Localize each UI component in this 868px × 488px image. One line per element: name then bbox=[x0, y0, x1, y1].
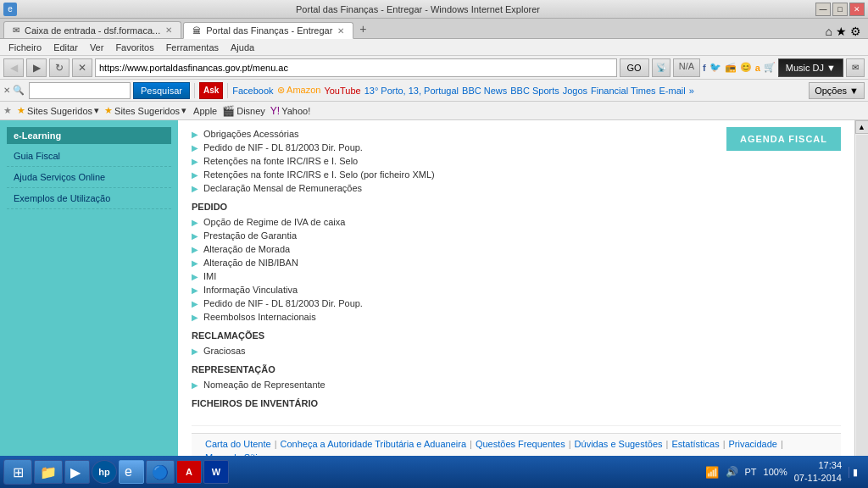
menu-ajuda[interactable]: Ajuda bbox=[225, 41, 259, 54]
item-declaracao[interactable]: ▶ Declaração Mensal de Remunerações bbox=[192, 181, 841, 195]
maximize-button[interactable]: □ bbox=[832, 3, 848, 16]
minimize-button[interactable]: — bbox=[815, 3, 831, 16]
item-label-graciosas: Graciosas bbox=[203, 346, 246, 356]
facebook-link[interactable]: Facebook bbox=[232, 86, 273, 96]
sidebar-guia-fiscal[interactable]: Guia Fiscal bbox=[7, 146, 171, 167]
item-nomeacao[interactable]: ▶ Nomeação de Representante bbox=[192, 378, 841, 391]
tab-bar: ✉ Caixa de entrada - dsf.formaca... ✕ 🏛 … bbox=[0, 19, 868, 39]
bbc-news-link[interactable]: BBC News bbox=[462, 86, 507, 96]
volume-icon[interactable]: 🔊 bbox=[726, 466, 738, 478]
footer-carta[interactable]: Carta do Utente bbox=[205, 439, 271, 449]
menu-favoritos[interactable]: Favoritos bbox=[110, 41, 159, 54]
go-button[interactable]: GO bbox=[620, 58, 649, 77]
tab-close-1[interactable]: ✕ bbox=[337, 26, 344, 36]
item-pedido-nif-2[interactable]: ▶ Pedido de NIF - DL 81/2003 Dir. Poup. bbox=[192, 297, 841, 310]
search-bar: ✕ 🔍 Pesquisar Ask Facebook ⊛ Amazon YouT… bbox=[0, 80, 868, 102]
sep-4: | bbox=[666, 439, 669, 449]
item-retencoes-1[interactable]: ▶ Retenções na fonte IRC/IRS e I. Selo bbox=[192, 154, 841, 168]
taskbar-chrome[interactable]: 🔵 bbox=[146, 460, 175, 484]
bullet-9: ▶ bbox=[192, 258, 198, 268]
menu-ficheiro[interactable]: Ficheiro bbox=[3, 41, 47, 54]
bullet-8: ▶ bbox=[192, 245, 198, 254]
item-imi[interactable]: ▶ IMI bbox=[192, 269, 841, 283]
search-button[interactable]: Pesquisar bbox=[133, 82, 190, 99]
options-button[interactable]: Opções ▼ bbox=[809, 82, 865, 99]
ask-button[interactable]: Ask bbox=[199, 82, 223, 99]
new-tab-button[interactable]: + bbox=[355, 21, 370, 36]
scroll-up-arrow[interactable]: ▲ bbox=[855, 120, 869, 134]
network-icon: 📶 bbox=[705, 466, 719, 479]
taskbar-clock: 17:34 07-11-2014 bbox=[794, 459, 842, 485]
back-button[interactable]: ◀ bbox=[3, 58, 24, 77]
favorites-icon-tab[interactable]: ★ bbox=[836, 25, 847, 38]
home-icon-tab[interactable]: ⌂ bbox=[826, 25, 832, 38]
footer-conheca[interactable]: Conheça a Autoridade Tributária e Aduane… bbox=[281, 439, 467, 449]
language-indicator: PT bbox=[745, 467, 757, 477]
item-graciosas[interactable]: ▶ Graciosas bbox=[192, 344, 841, 358]
refresh-button[interactable]: ↻ bbox=[49, 58, 70, 77]
stop-button[interactable]: ✕ bbox=[72, 58, 92, 77]
more-links[interactable]: » bbox=[689, 86, 694, 96]
bookmark-sites-1[interactable]: ★ Sites Sugeridos ▾ bbox=[17, 105, 99, 116]
jogos-link[interactable]: Jogos bbox=[563, 86, 587, 96]
email-link[interactable]: E-mail bbox=[659, 86, 686, 96]
taskbar-explorer[interactable]: 📁 bbox=[34, 460, 63, 484]
sidebar-ajuda[interactable]: Ajuda Serviços Online bbox=[7, 167, 171, 188]
agenda-fiscal-button[interactable]: AGENDA FISCAL bbox=[726, 127, 841, 151]
music-dj-button[interactable]: Music DJ ▼ bbox=[778, 58, 843, 77]
amazon-link[interactable]: ⊛ Amazon bbox=[277, 85, 321, 96]
taskbar-ie[interactable]: e bbox=[119, 460, 144, 484]
rss-button[interactable]: 📡 bbox=[652, 58, 670, 77]
tab-close-0[interactable]: ✕ bbox=[165, 25, 172, 35]
footer-estatisticas[interactable]: Estatísticas bbox=[671, 439, 719, 449]
youtube-link[interactable]: YouTube bbox=[324, 86, 360, 96]
mail-btn[interactable]: ✉ bbox=[846, 58, 865, 77]
taskbar-word[interactable]: W bbox=[203, 460, 229, 484]
taskbar-hp[interactable]: hp bbox=[92, 460, 117, 484]
bbc-sports-link[interactable]: BBC Sports bbox=[510, 86, 559, 96]
mail-icon[interactable]: 😊 bbox=[740, 62, 752, 73]
menu-ver[interactable]: Ver bbox=[85, 41, 109, 54]
footer-privacidade[interactable]: Privacidade bbox=[729, 439, 777, 449]
yahoo-icon: Y! bbox=[270, 105, 280, 117]
search-input[interactable] bbox=[29, 82, 131, 99]
menu-ferramentas[interactable]: Ferramentas bbox=[161, 41, 224, 54]
twitter-icon[interactable]: 🐦 bbox=[709, 62, 721, 73]
close-button[interactable]: ✕ bbox=[849, 3, 865, 16]
item-opcao-iva[interactable]: ▶ Opção de Regime de IVA de caixa bbox=[192, 215, 841, 229]
taskbar-acrobat[interactable]: A bbox=[176, 460, 202, 484]
bookmark-apple[interactable]: Apple bbox=[192, 106, 217, 116]
amazon-icon[interactable]: a bbox=[755, 63, 760, 73]
bookmark-label-1: Sites Sugeridos bbox=[27, 106, 92, 116]
menu-editar[interactable]: Editar bbox=[48, 41, 83, 54]
bookmark-yahoo[interactable]: Y! Yahoo! bbox=[270, 105, 310, 117]
forward-button[interactable]: ▶ bbox=[26, 58, 47, 77]
separator-2 bbox=[227, 83, 228, 98]
ebay-icon[interactable]: 🛒 bbox=[764, 62, 776, 73]
taskbar-media[interactable]: ▶ bbox=[64, 460, 90, 484]
facebook-icon[interactable]: f bbox=[703, 63, 706, 73]
item-nib[interactable]: ▶ Alteração de NIB/IBAN bbox=[192, 256, 841, 269]
title-bar-text: Portal das Finanças - Entregar - Windows… bbox=[20, 4, 815, 14]
tab-1[interactable]: 🏛 Portal das Finanças - Entregar ✕ bbox=[183, 22, 353, 39]
start-button[interactable]: ⊞ bbox=[3, 459, 32, 485]
footer-duvidas[interactable]: Dúvidas e Sugestões bbox=[575, 439, 663, 449]
rss-icon2[interactable]: 📻 bbox=[725, 62, 737, 73]
footer-questoes[interactable]: Questões Frequentes bbox=[476, 439, 565, 449]
search-close-button[interactable]: ✕ bbox=[3, 86, 10, 95]
address-bar[interactable] bbox=[95, 58, 617, 77]
bookmark-sites-2[interactable]: ★ Sites Sugeridos ▾ bbox=[104, 105, 186, 116]
item-morada[interactable]: ▶ Alteração de Morada bbox=[192, 242, 841, 256]
sidebar-exemplos[interactable]: Exemplos de Utilização bbox=[7, 188, 171, 209]
item-reembolsos[interactable]: ▶ Reembolsos Internacionais bbox=[192, 310, 841, 324]
item-info-vinculativa[interactable]: ▶ Informação Vinculativa bbox=[192, 283, 841, 297]
bullet-4: ▶ bbox=[192, 170, 198, 180]
item-prestacao[interactable]: ▶ Prestação de Garantia bbox=[192, 229, 841, 242]
show-desktop-icon[interactable]: ▮ bbox=[849, 467, 858, 478]
ft-link[interactable]: Financial Times bbox=[591, 86, 655, 96]
weather-link[interactable]: 13° Porto, 13, Portugal bbox=[364, 86, 459, 96]
bookmark-disney[interactable]: 🎬 Disney bbox=[222, 105, 265, 117]
settings-icon-tab[interactable]: ⚙ bbox=[850, 25, 861, 38]
item-retencoes-xml[interactable]: ▶ Retenções na fonte IRC/IRS e I. Selo (… bbox=[192, 168, 841, 181]
tab-0[interactable]: ✉ Caixa de entrada - dsf.formaca... ✕ bbox=[3, 21, 181, 38]
